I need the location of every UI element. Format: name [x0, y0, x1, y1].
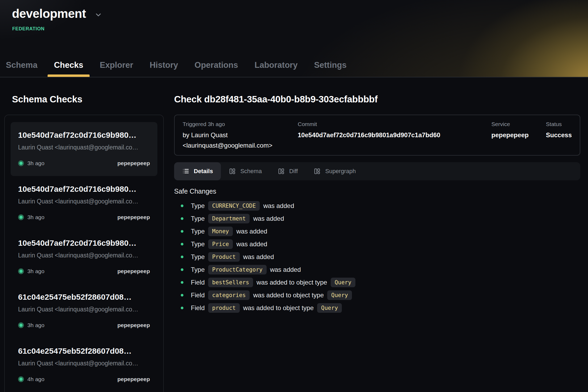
check-meta-row: 4h agopepepepeep [18, 376, 150, 382]
commit-value: 10e540d7aef72c0d716c9b9801a9d907c1a7bd60 [298, 130, 492, 140]
bullet-icon [181, 294, 183, 297]
code-chip: categories [208, 290, 250, 300]
check-service: pepepepeep [117, 268, 150, 274]
service-value: pepepepeep [492, 130, 546, 140]
check-view-tabs: DetailsSchemaDiffSupergraph [174, 162, 580, 180]
bullet-icon [181, 268, 183, 271]
status-dot-icon [18, 268, 24, 274]
meta-col-triggered: Triggered 3h ago by Laurin Quast <laurin… [183, 121, 298, 151]
check-time: 3h ago [27, 268, 44, 274]
status-dot-icon [18, 376, 24, 382]
code-chip: ProductCategory [208, 265, 267, 274]
bullet-icon [181, 256, 183, 258]
check-meta-row: 3h agopepepepeep [18, 160, 150, 166]
change-text: Type [191, 228, 205, 235]
change-text: Type [191, 253, 205, 261]
check-author: Laurin Quast <laurinquast@googlemail.co… [18, 144, 150, 151]
code-chip: Query [317, 303, 342, 313]
code-chip: Query [327, 290, 352, 300]
commit-label: Commit [298, 121, 492, 127]
meta-col-service: Service pepepepeep [492, 121, 546, 151]
view-tab-details[interactable]: Details [174, 162, 221, 180]
chevron-down-icon[interactable] [94, 11, 102, 19]
view-tab-label: Supergraph [325, 168, 356, 175]
view-tab-label: Schema [240, 168, 262, 175]
safe-changes-title: Safe Changes [174, 187, 580, 195]
view-tab-label: Diff [289, 168, 298, 175]
change-row: TypeProductwas added [174, 251, 580, 263]
federation-badge: FEDERATION [12, 26, 588, 32]
change-text: Field [191, 304, 205, 312]
check-detail: Check db28f481-35aa-40b0-b8b9-303ecfabbb… [174, 94, 580, 314]
change-text: was added to object type [243, 304, 314, 312]
change-text: Type [191, 266, 205, 273]
check-service: pepepepeep [117, 214, 150, 220]
check-hash: 10e540d7aef72c0d716c9b980… [18, 239, 150, 248]
tab-laboratory[interactable]: Laboratory [254, 60, 298, 77]
code-chip: product [208, 303, 240, 313]
check-meta-row: 3h agopepepepeep [18, 214, 150, 220]
bullet-icon [181, 307, 183, 309]
schema-check-item[interactable]: 10e540d7aef72c0d716c9b980…Laurin Quast <… [11, 122, 157, 176]
tab-settings[interactable]: Settings [313, 60, 347, 77]
schema-check-item[interactable]: 10e540d7aef72c0d716c9b980…Laurin Quast <… [11, 176, 157, 230]
columns-icon [314, 168, 321, 175]
check-author: Laurin Quast <laurinquast@googlemail.co… [18, 360, 150, 367]
change-text: was added [263, 202, 294, 210]
schema-check-item[interactable]: 61c04e25475eb52f28607d08…Laurin Quast <l… [11, 284, 157, 338]
tab-schema[interactable]: Schema [5, 60, 38, 77]
code-chip: Query [331, 278, 355, 287]
view-tab-diff[interactable]: Diff [270, 162, 306, 180]
list-icon [182, 168, 189, 175]
check-hash: 61c04e25475eb52f28607d08… [18, 293, 150, 302]
tab-explorer[interactable]: Explorer [99, 60, 134, 77]
change-row: TypeProductCategorywas added [174, 263, 580, 276]
change-text: was added to object type [253, 291, 324, 299]
view-tab-schema[interactable]: Schema [221, 162, 270, 180]
checks-list: 10e540d7aef72c0d716c9b980…Laurin Quast <… [4, 115, 164, 392]
bullet-icon [181, 205, 183, 207]
change-row: Fieldproductwas added to object typeQuer… [174, 302, 580, 314]
code-chip: Product [208, 252, 240, 262]
code-chip: Price [208, 239, 233, 249]
check-hash: 10e540d7aef72c0d716c9b980… [18, 131, 150, 140]
change-row: TypeMoneywas added [174, 225, 580, 238]
tab-history[interactable]: History [149, 60, 179, 77]
change-text: was added [236, 240, 267, 248]
page-header: development FEDERATION SchemaChecksExplo… [0, 0, 588, 77]
schema-check-item[interactable]: 10e540d7aef72c0d716c9b980…Laurin Quast <… [11, 230, 157, 284]
tab-operations[interactable]: Operations [194, 60, 239, 77]
check-service: pepepepeep [117, 376, 150, 382]
check-service: pepepepeep [117, 160, 150, 166]
change-text: was added [253, 215, 284, 222]
check-author: Laurin Quast <laurinquast@googlemail.co… [18, 252, 150, 259]
status-dot-icon [18, 160, 24, 166]
schema-check-item[interactable]: 61c04e25475eb52f28607d08…Laurin Quast <l… [11, 338, 157, 392]
status-dot-icon [18, 322, 24, 328]
code-chip: Money [208, 227, 233, 236]
project-name: development [12, 6, 86, 21]
check-meta-row: 3h agopepepepeep [18, 322, 150, 328]
change-row: TypePricewas added [174, 238, 580, 251]
change-text: was added [270, 266, 301, 273]
change-text: was added [243, 253, 274, 261]
bullet-icon [181, 217, 183, 220]
check-time: 3h ago [27, 214, 44, 220]
tab-checks[interactable]: Checks [53, 60, 84, 77]
change-text: Field [191, 279, 205, 286]
check-time: 4h ago [27, 376, 44, 382]
view-tab-supergraph[interactable]: Supergraph [306, 162, 364, 180]
change-row: TypeDepartmentwas added [174, 212, 580, 225]
check-time: 3h ago [27, 160, 44, 166]
check-author: Laurin Quast <laurinquast@googlemail.co… [18, 306, 150, 313]
change-row: TypeCURRENCY_CODEwas added [174, 199, 580, 212]
check-time: 3h ago [27, 322, 44, 328]
project-title-row: development [0, 0, 588, 21]
view-tab-label: Details [194, 168, 213, 175]
change-row: FieldbestSellerswas added to object type… [174, 276, 580, 289]
check-detail-title: Check db28f481-35aa-40b0-b8b9-303ecfabbb… [174, 94, 580, 105]
change-text: was added [236, 228, 267, 235]
sidebar-title: Schema Checks [12, 94, 164, 105]
check-meta-row: 3h agopepepepeep [18, 268, 150, 274]
main-content: Schema Checks 10e540d7aef72c0d716c9b980…… [0, 77, 588, 392]
